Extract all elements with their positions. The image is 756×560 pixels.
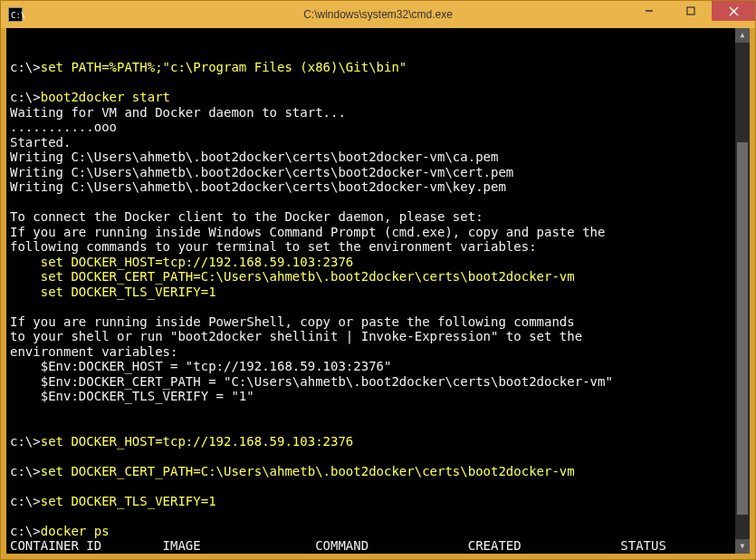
terminal-line: Writing C:\Users\ahmetb\.boot2docker\cer… (10, 179, 746, 195)
terminal-line: Writing C:\Users\ahmetb\.boot2docker\cer… (10, 165, 746, 180)
svg-rect-1 (687, 7, 694, 14)
terminal-line: c:\>docker ps (10, 524, 746, 539)
output-line: Waiting for VM and Docker daemon to star… (10, 105, 346, 120)
terminal-line (10, 419, 746, 434)
scroll-down-button[interactable]: ▼ (735, 539, 750, 554)
terminal-line: Waiting for VM and Docker daemon to star… (10, 105, 746, 121)
close-icon (729, 6, 739, 16)
terminal-output: c:\>set PATH=%PATH%;"c:\Program Files (x… (10, 60, 746, 554)
terminal-line (10, 75, 746, 91)
minimize-icon (645, 6, 654, 15)
terminal-line: If you are running inside Windows Comman… (10, 225, 746, 240)
terminal-line (10, 508, 746, 524)
terminal-line: CONTAINER ID IMAGE COMMAND CREATED STATU… (10, 538, 746, 554)
command-text: set DOCKER_HOST=tcp://192.168.59.103:237… (41, 434, 354, 449)
terminal[interactable]: c:\>set PATH=%PATH%;"c:\Program Files (x… (6, 28, 750, 554)
env-line: set DOCKER_TLS_VERIFY=1 (10, 285, 216, 299)
terminal-line (10, 195, 746, 210)
prompt: c:\> (10, 434, 41, 449)
prompt: c:\> (10, 464, 41, 478)
terminal-line (10, 449, 746, 464)
terminal-line (10, 478, 746, 494)
terminal-line: environment variables: (10, 344, 746, 360)
terminal-line: to your shell or run "boot2docker shelli… (10, 329, 746, 344)
maximize-icon (686, 6, 695, 15)
scroll-thumb[interactable] (737, 142, 748, 515)
output-line: Started. (10, 135, 71, 150)
output-line: ...........ooo (10, 120, 117, 134)
output-line: Writing C:\Users\ahmetb\.boot2docker\cer… (10, 179, 506, 194)
terminal-line: c:\>set PATH=%PATH%;"c:\Program Files (x… (10, 60, 746, 75)
terminal-line: ...........ooo (10, 120, 746, 135)
terminal-line: $Env:DOCKER_HOST = "tcp://192.168.59.103… (10, 359, 746, 374)
terminal-line: c:\>set DOCKER_HOST=tcp://192.168.59.103… (10, 434, 746, 449)
scrollbar[interactable]: ▲ ▼ (735, 28, 750, 554)
scroll-track[interactable] (735, 43, 750, 539)
output-line: Writing C:\Users\ahmetb\.boot2docker\cer… (10, 150, 498, 164)
terminal-line: following commands to your terminal to s… (10, 239, 746, 255)
output-line: $Env:DOCKER_HOST = "tcp://192.168.59.103… (10, 359, 391, 373)
output-line: If you are running inside PowerShell, co… (10, 314, 575, 329)
terminal-line (10, 404, 746, 420)
prompt: c:\> (10, 60, 41, 74)
command-text: docker ps (41, 524, 110, 538)
output-line: environment variables: (10, 344, 177, 359)
terminal-line (10, 299, 746, 314)
command-text: set DOCKER_TLS_VERIFY=1 (41, 494, 216, 508)
output-line: Writing C:\Users\ahmetb\.boot2docker\cer… (10, 165, 513, 179)
maximize-button[interactable] (670, 1, 712, 21)
terminal-line: set DOCKER_HOST=tcp://192.168.59.103:237… (10, 255, 746, 270)
env-line: set DOCKER_CERT_PATH=C:\Users\ahmetb\.bo… (10, 269, 575, 284)
terminal-line: c:\>boot2docker start (10, 90, 746, 105)
terminal-line: $Env:DOCKER_CERT_PATH = "C:\Users\ahmetb… (10, 374, 746, 390)
terminal-line: Started. (10, 135, 746, 150)
env-line: set DOCKER_HOST=tcp://192.168.59.103:237… (10, 255, 353, 269)
terminal-line: Writing C:\Users\ahmetb\.boot2docker\cer… (10, 150, 746, 165)
command-text: set PATH=%PATH%;"c:\Program Files (x86)\… (41, 60, 407, 74)
output-line: To connect the Docker client to the Dock… (10, 209, 483, 224)
cmd-window: C:\ C:\windows\system32\cmd.exe c:\>set … (0, 0, 756, 560)
terminal-line: $Env:DOCKER_TLS_VERIFY = "1" (10, 389, 746, 404)
close-button[interactable] (712, 1, 755, 21)
output-line: CONTAINER ID IMAGE COMMAND CREATED STATU… (10, 538, 666, 553)
output-line: PORTS NAMES (10, 554, 201, 555)
terminal-line: set DOCKER_CERT_PATH=C:\Users\ahmetb\.bo… (10, 269, 746, 285)
command-text: set DOCKER_CERT_PATH=C:\Users\ahmetb\.bo… (41, 464, 575, 478)
terminal-line: set DOCKER_TLS_VERIFY=1 (10, 285, 746, 300)
prompt: c:\> (10, 524, 41, 538)
window-buttons (628, 1, 755, 28)
app-icon: C:\ (8, 7, 23, 22)
output-line: to your shell or run "boot2docker shelli… (10, 329, 582, 343)
prompt: c:\> (10, 494, 41, 508)
terminal-line: If you are running inside PowerShell, co… (10, 314, 746, 330)
terminal-line: PORTS NAMES (10, 554, 746, 555)
output-line: following commands to your terminal to s… (10, 239, 537, 254)
terminal-line: c:\>set DOCKER_TLS_VERIFY=1 (10, 494, 746, 509)
prompt: c:\> (10, 90, 41, 104)
output-line: If you are running inside Windows Comman… (10, 225, 605, 239)
output-line: $Env:DOCKER_TLS_VERIFY = "1" (10, 389, 254, 403)
scroll-up-button[interactable]: ▲ (735, 28, 750, 43)
title-bar[interactable]: C:\ C:\windows\system32\cmd.exe (1, 1, 755, 28)
minimize-button[interactable] (628, 1, 670, 21)
command-text: boot2docker start (41, 90, 170, 104)
terminal-line: To connect the Docker client to the Dock… (10, 209, 746, 225)
output-line: $Env:DOCKER_CERT_PATH = "C:\Users\ahmetb… (10, 374, 613, 389)
terminal-line: c:\>set DOCKER_CERT_PATH=C:\Users\ahmetb… (10, 464, 746, 479)
